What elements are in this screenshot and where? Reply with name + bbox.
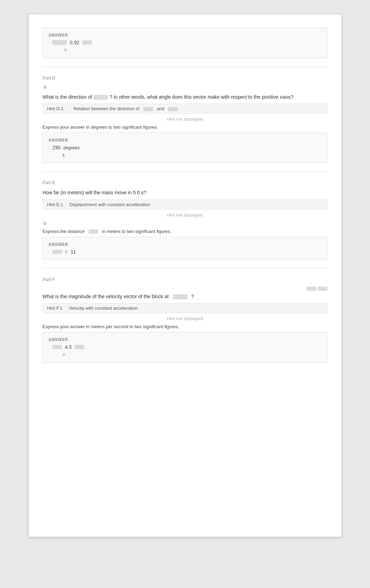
top-answer-label: ANSWER <box>48 33 68 38</box>
part-e-label: Part E <box>43 180 327 185</box>
part-f-blur2 <box>75 345 84 349</box>
part-f-answer-label: ANSWER <box>48 337 68 342</box>
part-f-equals-row: = <box>48 352 322 357</box>
part-e-blur1 <box>52 250 62 254</box>
part-d-answer-unit: degrees <box>63 145 80 150</box>
top-answer-value: 0.92 <box>70 40 79 45</box>
part-d-image-placeholder <box>43 84 327 90</box>
part-f-hint-label: Hint F.1 <box>47 306 62 311</box>
part-e-hint-row[interactable]: Hint E.1 Displacement with constant acce… <box>43 199 327 210</box>
part-e-hint-text: Displacement with constant acceleration <box>69 202 150 207</box>
part-d-answer-row: : 290 degrees <box>48 145 322 150</box>
part-e-hint-not-displayed: Hint not displayed <box>43 212 327 218</box>
part-f-hint-not-displayed: Hint not displayed <box>43 316 327 321</box>
part-f-question: What is the magnitude of the velocity ve… <box>43 293 327 300</box>
part-d-hint-text: Relation between the direction of <box>74 106 139 111</box>
top-answer-section: ANSWER : 0.92 = <box>43 28 327 67</box>
top-answer-row: : 0.92 <box>48 40 322 45</box>
top-equals: = <box>64 47 67 53</box>
part-d-unit2-row: s <box>48 152 322 158</box>
top-answer-colon: : <box>48 40 49 45</box>
top-answer-block: ANSWER : 0.92 = <box>43 28 327 58</box>
part-d-answer-label: ANSWER <box>48 138 68 143</box>
part-e-express-text2: in meters to two significant figures. <box>102 229 171 234</box>
part-d-answer-block: ANSWER : 290 degrees s <box>43 133 327 163</box>
top-blurred-box2 <box>82 40 92 45</box>
part-d-section: Part D What is the direction of ? In oth… <box>43 75 327 172</box>
part-e-answer-colon: : <box>48 249 49 254</box>
part-f-hint-row[interactable]: Hint F.1 Velocity with constant accelera… <box>43 303 327 313</box>
part-d-express: Express your answer in degrees to two si… <box>43 125 327 130</box>
part-d-label: Part D <box>43 75 327 81</box>
part-e-express-text1: Express the distance <box>43 229 85 234</box>
part-f-answer-block: ANSWER : 4.5 = <box>43 332 327 363</box>
part-f-answer-value: 4.5 <box>65 344 71 350</box>
part-f-equals: = <box>62 352 65 357</box>
part-e-answer-block: ANSWER : = 11 <box>43 237 327 260</box>
part-f-hint-text: Velocity with constant acceleration <box>69 306 138 311</box>
part-e-answer-row: : = 11 <box>48 249 322 255</box>
top-blurred-box <box>52 40 67 45</box>
part-f-question-text: What is the magnitude of the velocity ve… <box>43 294 169 299</box>
part-f-image-placeholder <box>43 286 327 291</box>
part-e-express-blur <box>88 229 98 234</box>
part-e-equals: = <box>65 249 68 255</box>
part-f-answer-row: : 4.5 <box>48 344 322 350</box>
part-f-blur1 <box>52 345 62 349</box>
part-d-hint-blur1 <box>143 107 153 111</box>
part-d-question-rest: ? In other words, what angle does this v… <box>109 94 293 100</box>
part-f-answer-colon: : <box>48 345 49 349</box>
part-e-question: How far (in meters) will the mass move i… <box>43 189 327 196</box>
part-f-section: Part F What is the magnitude of the velo… <box>43 277 327 371</box>
part-d-answer-value: 290 <box>52 145 60 150</box>
part-d-answer-unit2: s <box>62 152 65 158</box>
part-e-answer-value: 11 <box>71 249 76 255</box>
part-d-answer-colon: : <box>48 145 49 150</box>
part-d-hint-row[interactable]: Hint D.1 Relation between the direction … <box>43 104 327 114</box>
part-f-time-blur <box>173 294 187 299</box>
part-d-hint-blur2 <box>168 107 178 111</box>
main-page: ANSWER : 0.92 = Part D What is the direc… <box>28 14 342 537</box>
part-f-label: Part F <box>43 277 327 282</box>
top-equals-row: = <box>48 47 322 53</box>
part-f-express: Express your answer in meters per second… <box>43 324 327 329</box>
part-e-express: Express the distance in meters to two si… <box>43 229 327 234</box>
part-d-vector-blur <box>93 95 108 100</box>
part-d-hint-and: and <box>157 106 164 111</box>
part-e-section: Part E How far (in meters) will the mass… <box>43 180 327 268</box>
part-d-question: What is the direction of ? In other word… <box>43 93 327 101</box>
part-e-hint-label: Hint E.1 <box>47 202 63 207</box>
part-f-question-text2: ? <box>191 294 194 299</box>
part-d-hint-not-displayed: Hint not displayed <box>43 116 327 122</box>
part-d-question-intro: What is the direction of <box>43 94 92 100</box>
part-e-answer-label: ANSWER <box>48 242 68 247</box>
part-d-hint-label: Hint D.1 <box>47 106 63 111</box>
part-e-image-placeholder <box>43 220 327 226</box>
